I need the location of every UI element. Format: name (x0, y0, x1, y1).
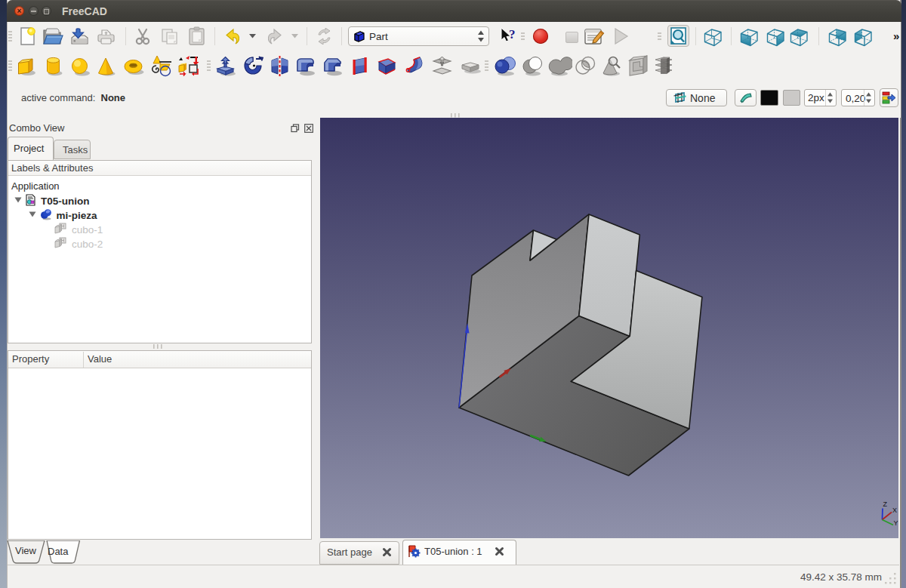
svg-text:?: ? (509, 27, 516, 42)
svg-text:X: X (892, 506, 897, 514)
svg-text:Z: Z (883, 500, 888, 508)
svg-text:Y: Y (894, 519, 898, 527)
